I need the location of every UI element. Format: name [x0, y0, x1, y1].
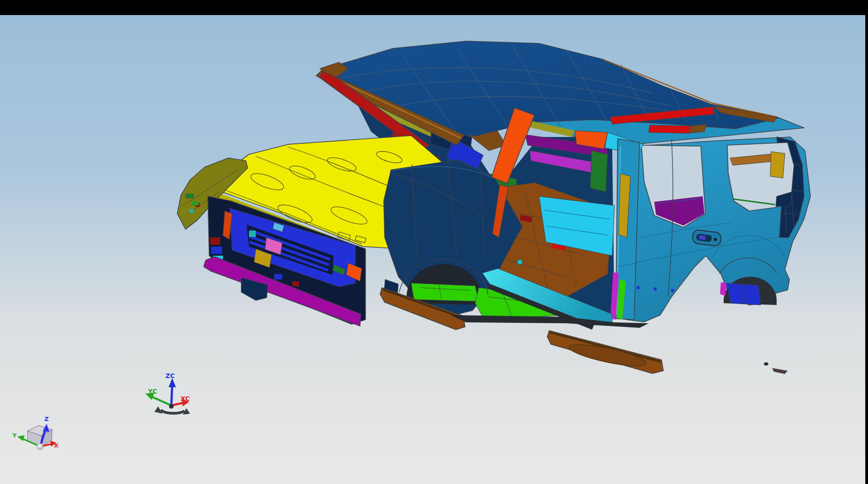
application-window: ZC YC XC Z Y X — [0, 0, 868, 484]
fender-green-bit — [185, 194, 194, 198]
view-x-label: X — [54, 442, 58, 449]
view-z-label: Z — [44, 416, 48, 422]
splash-tray-front[interactable] — [411, 283, 479, 301]
door-window-header-red — [649, 125, 691, 133]
rivet-dot — [654, 288, 657, 291]
wcs-x-label: XC — [180, 395, 190, 402]
wcs-z-label: ZC — [165, 372, 175, 379]
view-origin-ball — [37, 443, 43, 450]
fender-cyan-plug — [517, 259, 523, 265]
front-teal-bit — [249, 231, 256, 237]
graphics-area: ZC YC XC Z Y X — [0, 0, 868, 484]
door-inner-green-strip — [590, 151, 608, 192]
rivet-dot — [671, 289, 674, 292]
hinge-bracket — [770, 152, 785, 178]
fender-green-bit-2 — [192, 201, 199, 205]
fender-teal-bit — [189, 209, 194, 213]
wcs-y-label: YC — [148, 388, 157, 395]
debris-red-speck — [782, 371, 783, 372]
debris-red-speck — [777, 369, 778, 371]
rear-arch-magenta-bit — [720, 282, 726, 296]
debris-fragment-small[interactable] — [764, 363, 768, 366]
top-black-bar — [0, 0, 868, 15]
front-red-bit — [292, 281, 299, 286]
view-y-label: Y — [12, 432, 17, 439]
front-blue-bit — [274, 274, 282, 279]
wcs-origin[interactable] — [169, 404, 174, 409]
right-black-bar — [865, 0, 868, 484]
rivet-dot — [637, 286, 640, 289]
wcs-z-axis[interactable] — [171, 384, 172, 405]
